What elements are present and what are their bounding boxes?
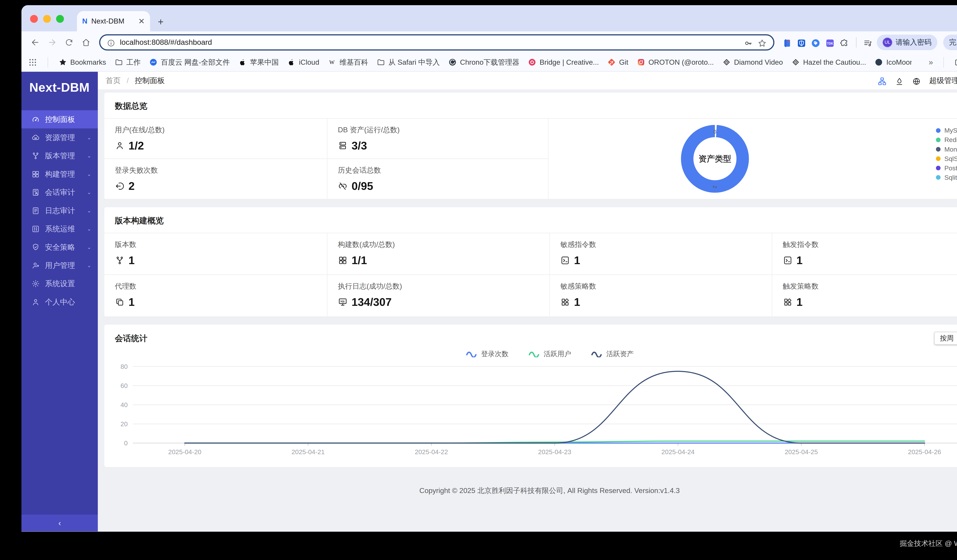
sidebar-item-ops[interactable]: 系统运维⌄ [21,220,98,238]
stat-cell: 触发策略数 1 [772,275,957,317]
back-button[interactable] [27,35,43,50]
bookmark-item[interactable]: iCloud [287,58,319,66]
url-text[interactable]: localhost:8088/#/dashboard [120,38,739,46]
line-legend-item[interactable]: 登录次数 [466,349,509,359]
breadcrumb: 首页 / 控制面板 [106,76,165,86]
forward-button[interactable] [44,35,60,50]
globe-icon [912,77,921,85]
reading-list-icon[interactable] [863,36,873,49]
sidebar-item-dashboard[interactable]: 控制面板 [21,110,98,128]
close-window-button[interactable] [30,15,38,23]
sidebar-item-versions[interactable]: 版本管理⌄ [21,147,98,165]
bookmark-item[interactable]: 工作 [115,58,141,67]
stat-cell: DB 资产(运行/总数) 3/3 [327,119,548,159]
donut-label-bottom: 2 [712,186,718,189]
bookmark-item[interactable]: Bridge | Creative... [528,58,599,66]
bookmark-item[interactable]: 百度云 网盘-全部文件 [149,58,230,67]
baidu-icon [149,58,158,66]
pie-legend-item[interactable]: Sqlite [936,173,957,182]
update-chrome-pill[interactable]: 完成更新 [943,35,957,50]
legend-dot [936,147,941,151]
sidebar-item-builds[interactable]: 构建管理⌄ [21,165,98,183]
tdk-extension-icon[interactable]: TDK [825,36,835,49]
apps-grid-icon[interactable] [28,58,37,67]
bookmark-item[interactable]: W维基百科 [328,58,368,67]
svg-text:60: 60 [121,382,128,389]
topology-icon[interactable] [878,74,887,87]
site-info-icon[interactable] [107,36,115,49]
language-globe-icon[interactable] [912,74,921,87]
bookmark-star-icon[interactable] [758,36,767,49]
extensions-puzzle-icon[interactable] [840,36,849,49]
home-button[interactable] [78,35,94,50]
asset-type-chart: 0 资产类型 2 MySQL Redis MongoDB SqlServer P… [548,119,957,200]
diamond-icon [791,58,800,66]
svg-text:W: W [329,59,335,65]
chevron-down-icon: ⌄ [87,134,91,141]
close-tab-icon[interactable]: ✕ [138,17,145,26]
bookmark-item[interactable]: IcoMoon App - Ico... [875,58,912,66]
wiki-icon: W [328,58,336,66]
bookmarks-overflow-chevrons[interactable]: » [929,58,933,67]
sidebar-item-profile[interactable]: 个人中心 [21,293,98,311]
sidebar-item-settings[interactable]: 系统设置 [21,274,98,293]
minimize-window-button[interactable] [43,15,51,23]
all-bookmarks-folder[interactable]: 所有书签 [954,58,957,67]
pie-legend-item[interactable]: MongoDB [936,145,957,154]
sidebar-item-security[interactable]: 安全策略⌄ [21,238,98,256]
line-legend-item[interactable]: 活跃资产 [591,349,634,359]
asset-donut[interactable]: 0 资产类型 2 [681,125,749,192]
reload-button[interactable] [61,35,77,50]
bookmark-item[interactable]: Hazel the Cautiou... [791,58,866,66]
user-role-dropdown[interactable]: 超级管理员 ▾ [929,76,957,86]
apple-icon [238,58,247,66]
bookmark-item[interactable]: OROTON (@oroto... [637,58,714,66]
new-tab-button[interactable]: + [158,17,164,27]
instagram-icon [637,58,645,66]
bookmark-item[interactable]: 从 Safari 中导入 [377,58,440,67]
breadcrumb-home[interactable]: 首页 [106,76,121,85]
period-toggle: 按周 按月 [933,331,957,345]
build-overview-card: 版本构建概览 版本数 1构建数(成功/总数) 1/1敏感指令数 1触发指令数 1… [104,207,957,317]
sidebar-collapse-button[interactable]: ‹ [21,515,98,532]
bitwarden-extension-icon[interactable] [797,36,806,49]
gear-icon [32,279,40,288]
sidebar-item-users[interactable]: 用户管理⌄ [21,256,98,274]
pie-legend-item[interactable]: Postgresql [936,164,957,173]
doc-icon [32,207,40,215]
tag-icon [811,38,821,48]
bookmark-item[interactable]: Bookmarks [58,58,106,66]
line-legend-item[interactable]: 活跃用户 [528,349,571,359]
folder-icon [954,58,957,67]
sidebar-item-session-audit[interactable]: 会话审计⌄ [21,183,98,202]
pie-legend-item[interactable]: Redis [936,135,957,145]
chevron-down-icon: ⌄ [87,171,91,177]
build-title: 版本构建概览 [115,215,957,226]
pie-legend-item[interactable]: MySQL [936,126,957,135]
bookmark-item[interactable]: Git [607,58,628,66]
dashboard-content: 数据总览 用户(在线/总数) 1/2DB 资产(运行/总数) 3/3登录失败次数… [98,89,957,502]
pie-legend-item[interactable]: SqlServer [936,154,957,164]
password-prompt-pill[interactable]: UL 请输入密码 [877,35,938,50]
bookmark-item[interactable]: Diamond Video [722,58,783,66]
tag-extension-icon[interactable] [811,36,821,49]
password-key-icon[interactable] [744,36,753,49]
stat-cell: 版本数 1 [104,233,327,275]
sidebar-item-resources[interactable]: 资源管理⌄ [21,128,98,147]
notebook-extension-icon[interactable] [782,36,792,49]
maximize-window-button[interactable] [56,15,64,23]
legend-dot [936,137,941,142]
svg-text:2025-04-20: 2025-04-20 [168,448,201,456]
components-icon [560,297,570,307]
address-bar[interactable]: localhost:8088/#/dashboard [99,34,774,50]
browser-tab[interactable]: N Next-DBM ✕ [77,11,150,32]
svg-text:TDK: TDK [827,42,833,45]
toggle-weekly[interactable]: 按周 [935,333,957,344]
sidebar-item-log-audit[interactable]: 日志审计⌄ [21,202,98,220]
app-logo[interactable]: Next-DBM [21,72,98,110]
svg-text:40: 40 [121,401,128,409]
bookmark-item[interactable]: 苹果中国 [238,58,279,67]
theme-ink-icon[interactable] [895,74,903,87]
stat-cell: 敏感指令数 1 [550,233,772,275]
bookmark-item[interactable]: Chrono下载管理器 [448,58,520,67]
